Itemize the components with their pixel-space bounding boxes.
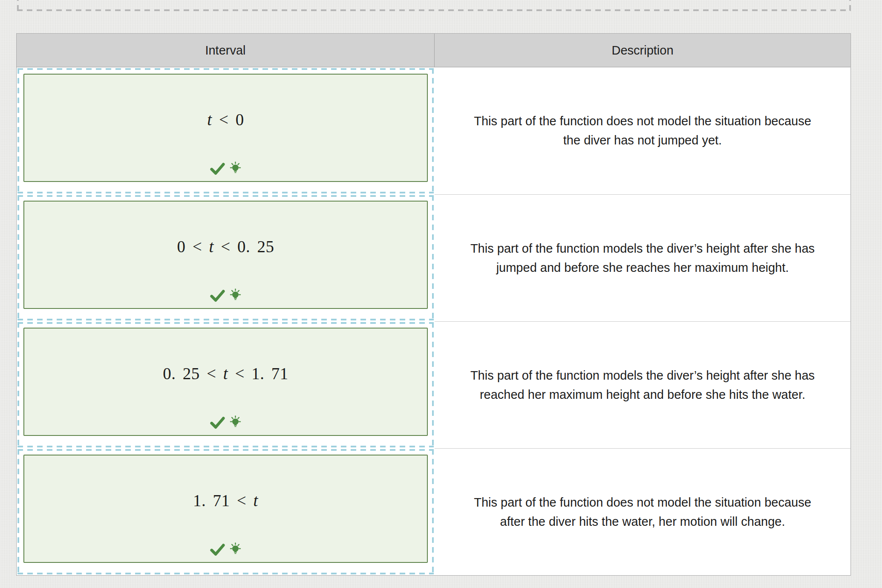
interval-column-header: Interval [17,34,435,67]
interval-expression: 0. 25 < t < 1. 71 [24,329,427,418]
description-text: This part of the function models the div… [470,239,815,258]
correct-check-icon [210,417,225,429]
table-row: 1. 71 < t This part of the function does… [17,448,850,575]
table-row: t < 0 This part of the function does not… [17,67,850,194]
interval-expression: t < 0 [24,75,427,164]
interval-answer-chip[interactable]: t < 0 [23,74,428,182]
description-text: This part of the function models the div… [470,366,815,385]
description-cell: This part of the function does not model… [435,448,850,575]
interval-answer-chip[interactable]: 1. 71 < t [23,455,428,563]
hint-lightbulb-icon[interactable] [229,288,242,303]
table-row: 0. 25 < t < 1. 71 This part of the funct… [17,321,850,448]
interval-header-label: Interval [205,43,245,58]
interval-answer-chip[interactable]: 0. 25 < t < 1. 71 [23,328,428,436]
dropzone-dashed-outline: 1. 71 < t [17,449,434,574]
dropzone-dashed-outline: 0 < t < 0. 25 [17,195,434,320]
table-header-row: Interval Description [17,34,850,67]
correct-check-icon [210,163,225,175]
hint-lightbulb-icon[interactable] [229,161,242,176]
description-text: after the diver hits the water, her moti… [500,512,785,531]
description-cell: This part of the function models the div… [435,194,850,321]
description-text: This part of the function does not model… [474,493,811,512]
correct-check-icon [210,290,225,302]
description-text: jumped and before she reaches her maximu… [496,258,789,277]
interval-answer-chip[interactable]: 0 < t < 0. 25 [23,201,428,309]
top-dropzone[interactable] [17,0,851,11]
description-header-label: Description [611,43,673,58]
interval-expression: 0 < t < 0. 25 [24,202,427,291]
description-cell: This part of the function does not model… [435,67,850,194]
interval-dropzone[interactable]: 0. 25 < t < 1. 71 [17,321,435,448]
description-text: This part of the function does not model… [474,112,811,131]
dropzone-dashed-outline: t < 0 [17,68,434,193]
interval-dropzone[interactable]: 1. 71 < t [17,448,435,575]
interval-dropzone[interactable]: t < 0 [17,67,435,194]
description-column-header: Description [435,34,850,67]
dropzone-dashed-outline: 0. 25 < t < 1. 71 [17,322,434,447]
description-text: reached her maximum height and before sh… [480,385,805,404]
description-text: the diver has not jumped yet. [563,131,722,150]
interval-dropzone[interactable]: 0 < t < 0. 25 [17,194,435,321]
matching-table: Interval Description t < 0 [16,33,851,576]
hint-lightbulb-icon[interactable] [229,542,242,557]
description-cell: This part of the function models the div… [435,321,850,448]
hint-lightbulb-icon[interactable] [229,415,242,430]
table-row: 0 < t < 0. 25 This part of the function … [17,194,850,321]
correct-check-icon [210,544,225,556]
interval-expression: 1. 71 < t [24,455,427,545]
